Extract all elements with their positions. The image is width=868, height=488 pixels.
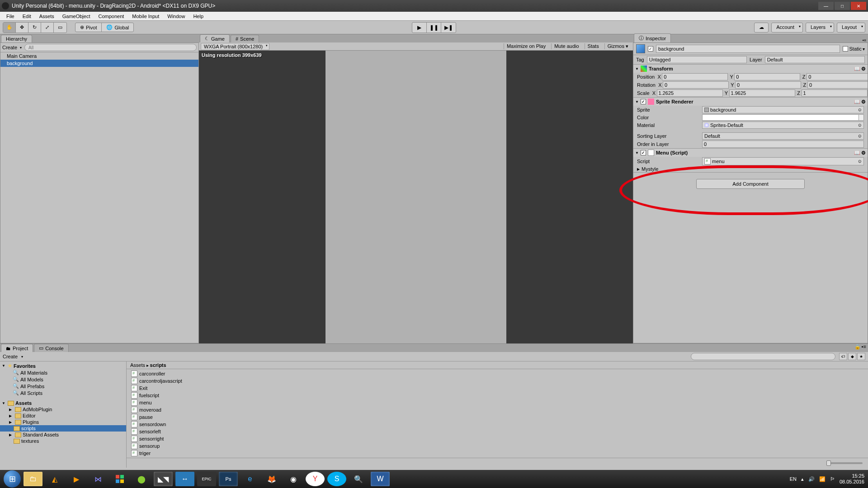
gizmos-dropdown[interactable]: Gizmos ▾ <box>604 43 631 49</box>
lock-icon[interactable]: 🔒 <box>854 344 861 352</box>
script-field[interactable]: menu <box>702 157 864 165</box>
file-item[interactable]: carcontroljavascript <box>127 377 868 385</box>
layout-dropdown[interactable]: Layout <box>837 23 865 33</box>
menu-window[interactable]: Window <box>164 13 189 20</box>
hierarchy-item-camera[interactable]: Main Camera <box>0 52 198 60</box>
folder-editor[interactable]: ▶Editor <box>0 413 126 419</box>
game-viewport[interactable]: Using resolution 399x639 <box>199 51 633 343</box>
menu-edit[interactable]: Edit <box>19 13 35 20</box>
filter-label-icon[interactable]: ◆ <box>848 353 856 360</box>
maximize-on-play[interactable]: Maximize on Play <box>504 43 548 49</box>
hierarchy-item-background[interactable]: background <box>0 60 198 67</box>
hierarchy-tab[interactable]: Hierarchy <box>1 35 32 42</box>
save-search-icon[interactable]: ★ <box>857 353 865 360</box>
file-item[interactable]: carconroller <box>127 370 868 377</box>
folder-scripts[interactable]: scripts <box>0 425 126 432</box>
sprite-header[interactable]: ▼ ✓ Sprite Renderer 📖⚙ <box>633 98 868 106</box>
fav-scripts[interactable]: 🔍All Scripts <box>0 389 126 396</box>
material-field[interactable]: Sprites-Default <box>702 122 864 129</box>
file-item[interactable]: sensorup <box>127 442 868 450</box>
close-button[interactable]: ✕ <box>851 2 866 10</box>
clock[interactable]: 15:25 08.05.2016 <box>840 473 864 485</box>
hierarchy-search[interactable] <box>24 44 197 51</box>
game-tab[interactable]: ☾ Game <box>200 34 230 42</box>
rotate-tool[interactable]: ↻ <box>28 23 41 33</box>
help-icon[interactable]: 📖 <box>854 150 860 156</box>
gameobject-name-field[interactable] <box>656 45 840 53</box>
tag-dropdown[interactable]: Untagged <box>647 56 747 63</box>
aimp-taskicon[interactable]: ◭ <box>45 472 64 486</box>
folder-plugins[interactable]: ▶Plugins <box>0 419 126 425</box>
file-item[interactable]: Exit <box>127 385 868 392</box>
pos-z[interactable] <box>807 73 868 80</box>
menu-mobileinput[interactable]: Mobile Input <box>128 13 163 20</box>
sorting-layer-dropdown[interactable]: Default <box>702 132 864 140</box>
gear-icon[interactable]: ⚙ <box>861 150 866 156</box>
scale-z[interactable] <box>802 89 868 97</box>
inspector-tab[interactable]: ⓘ Inspector <box>634 33 671 42</box>
pause-button[interactable]: ❚❚ <box>427 23 441 33</box>
menu-help[interactable]: Help <box>189 13 207 20</box>
color-field[interactable] <box>702 114 864 121</box>
layer-dropdown[interactable]: Default <box>765 56 865 63</box>
unity-taskicon[interactable]: ◣◥ <box>154 472 173 486</box>
menu-gameobject[interactable]: GameObject <box>59 13 94 20</box>
scale-y[interactable] <box>729 89 795 97</box>
firefox-taskicon[interactable]: 🦊 <box>262 472 281 486</box>
scale-x[interactable] <box>657 89 723 97</box>
sprite-enable-checkbox[interactable]: ✓ <box>641 99 646 104</box>
assets-header[interactable]: ▼Assets <box>0 400 126 406</box>
file-item[interactable]: triger <box>127 450 868 457</box>
folder-standard-assets[interactable]: ▶Standard Assets <box>0 432 126 438</box>
file-item[interactable]: sensorright <box>127 435 868 442</box>
gear-icon[interactable]: ⚙ <box>861 66 866 72</box>
explorer-taskicon[interactable]: 🗀 <box>24 472 42 486</box>
help-icon[interactable]: 📖 <box>854 66 860 72</box>
mute-audio[interactable]: Mute audio <box>551 43 581 49</box>
file-item[interactable]: sensordown <box>127 421 868 428</box>
file-item[interactable]: sensorleft <box>127 428 868 435</box>
rect-tool[interactable]: ▭ <box>54 23 66 33</box>
menu-assets[interactable]: Assets <box>36 13 58 20</box>
app-taskicon[interactable]: ⋈ <box>89 472 108 486</box>
move-tool[interactable]: ✥ <box>16 23 28 33</box>
tray-chevron-icon[interactable]: ▴ <box>801 476 804 482</box>
photoshop-taskicon[interactable]: Ps <box>219 472 238 486</box>
help-icon[interactable]: 📖 <box>854 99 860 105</box>
filter-type-icon[interactable]: 🏷 <box>839 353 847 360</box>
global-toggle[interactable]: 🌐Global <box>102 23 133 32</box>
stats-toggle[interactable]: Stats <box>585 43 602 49</box>
minimize-button[interactable]: — <box>818 2 834 10</box>
volume-icon[interactable]: 🔊 <box>808 476 815 482</box>
file-item[interactable]: fuelscript <box>127 392 868 399</box>
gear-icon[interactable]: ⚙ <box>861 99 866 105</box>
action-center-icon[interactable]: 🏳 <box>830 476 835 482</box>
rot-y[interactable] <box>735 81 801 89</box>
pivot-toggle[interactable]: ⊕Pivot <box>75 23 102 32</box>
lang-indicator[interactable]: EN <box>790 476 797 482</box>
project-create[interactable]: Create <box>3 354 18 359</box>
network-icon[interactable]: 📶 <box>819 476 826 482</box>
project-search[interactable] <box>691 353 835 360</box>
cloud-button[interactable]: ☁ <box>754 23 769 33</box>
static-checkbox[interactable] <box>843 46 848 52</box>
scale-tool[interactable]: ⤢ <box>41 23 54 33</box>
active-checkbox[interactable]: ✓ <box>648 46 653 52</box>
account-dropdown[interactable]: Account <box>771 23 803 33</box>
ie-taskicon[interactable]: e <box>241 472 259 486</box>
console-tab[interactable]: ▭ Console <box>34 344 68 352</box>
menu-script-header[interactable]: ▼ ✓ Menu (Script) 📖⚙ <box>633 149 868 157</box>
layers-dropdown[interactable]: Layers <box>806 23 834 33</box>
order-in-layer[interactable] <box>702 141 864 148</box>
rot-z[interactable] <box>807 81 868 89</box>
menu-file[interactable]: File <box>3 13 18 20</box>
folder-admob[interactable]: ▶AdMobPlugin <box>0 406 126 413</box>
file-item[interactable]: moveroad <box>127 406 868 413</box>
maximize-button[interactable]: □ <box>835 2 850 10</box>
fav-prefabs[interactable]: 🔍All Prefabs <box>0 383 126 389</box>
magnifier-taskicon[interactable]: 🔍 <box>349 472 368 486</box>
skype-taskicon[interactable]: S <box>327 472 346 486</box>
hand-tool[interactable]: ✋ <box>3 23 16 33</box>
android-studio-taskicon[interactable]: ⬤ <box>132 472 151 486</box>
sprite-field[interactable]: background <box>702 106 864 113</box>
